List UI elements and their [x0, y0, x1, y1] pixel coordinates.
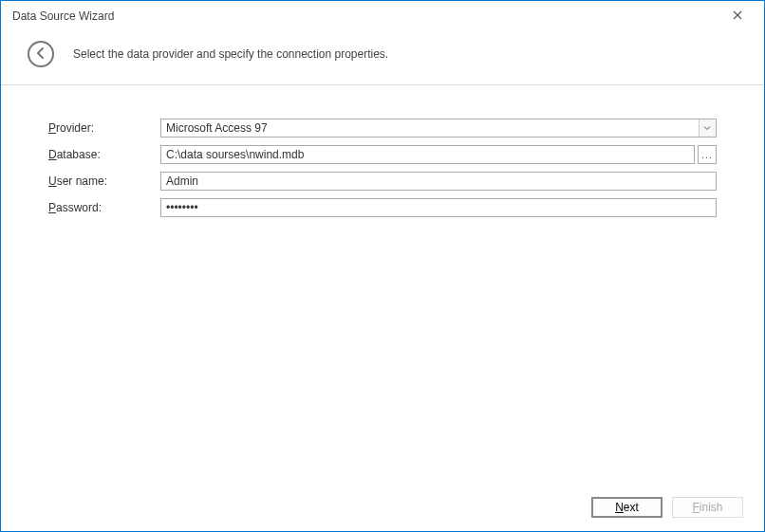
label-password: Password:	[48, 201, 160, 214]
database-input[interactable]	[160, 145, 695, 164]
row-username: User name:	[48, 171, 717, 192]
provider-input[interactable]	[166, 119, 699, 137]
label-provider: Provider:	[48, 121, 160, 135]
arrow-left-icon	[34, 46, 47, 63]
provider-combobox[interactable]	[160, 119, 717, 138]
row-password: Password:	[48, 197, 717, 218]
close-button[interactable]	[718, 3, 756, 29]
username-input[interactable]	[160, 172, 717, 191]
back-button[interactable]	[28, 41, 54, 67]
wizard-subtitle: Select the data provider and specify the…	[73, 47, 388, 61]
close-icon	[733, 9, 742, 23]
row-database: Database: ...	[48, 144, 717, 165]
next-button[interactable]: Next	[591, 497, 662, 518]
database-browse-button[interactable]: ...	[698, 145, 717, 164]
label-database: Database:	[48, 148, 160, 161]
form-content: Provider: Database: ...	[1, 85, 764, 484]
wizard-header: Select the data provider and specify the…	[1, 31, 764, 84]
wizard-window: Data Source Wizard Select the data provi…	[0, 0, 765, 532]
finish-button: Finish	[672, 497, 743, 518]
password-input[interactable]	[160, 198, 717, 217]
titlebar: Data Source Wizard	[1, 1, 764, 31]
wizard-footer: Next Finish	[1, 484, 764, 531]
provider-dropdown-button[interactable]	[699, 119, 715, 137]
ellipsis-icon: ...	[701, 150, 712, 160]
row-provider: Provider:	[48, 118, 717, 138]
window-title: Data Source Wizard	[12, 9, 718, 23]
chevron-down-icon	[703, 121, 711, 135]
label-username: User name:	[48, 174, 160, 188]
